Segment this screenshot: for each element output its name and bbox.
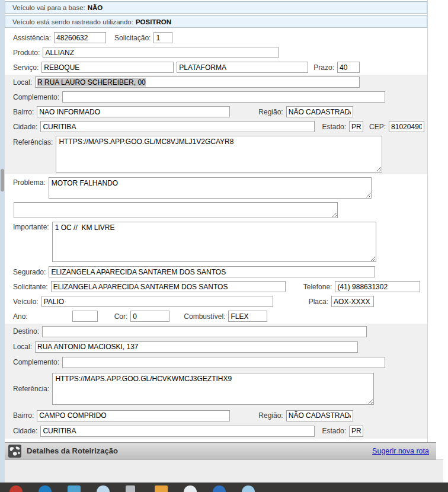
folder-icon[interactable] [155, 485, 168, 492]
origin-local-input[interactable]: R RUA LAURO SCHEREIBER, 00 [35, 76, 360, 88]
taskbar [0, 483, 448, 492]
sphere-light-icon[interactable] [97, 485, 110, 492]
servico-input-1[interactable] [41, 62, 174, 73]
dest-bairro-label: Bairro: [13, 411, 34, 420]
veiculo-input[interactable] [41, 296, 273, 307]
dest-estado-input[interactable] [349, 426, 363, 437]
origin-local-label: Local: [13, 78, 32, 87]
assistencia-label: Assistência: [13, 34, 51, 42]
origin-estado-label: Estado: [322, 123, 346, 131]
placa-label: Placa: [309, 298, 328, 306]
importante-label: Importante: [13, 223, 49, 231]
left-scrollbar[interactable] [0, 0, 5, 483]
dest-cidade-input[interactable] [40, 426, 315, 437]
origin-cep-input[interactable] [389, 121, 424, 132]
importante-textarea[interactable] [52, 222, 376, 262]
segurado-input[interactable] [49, 266, 375, 277]
origin-regiao-input[interactable] [286, 106, 353, 117]
suggest-new-route-link[interactable]: Sugerir nova rota [372, 447, 429, 455]
tracking-banner-value: POSITRON [136, 18, 171, 25]
dest-complemento-label: Complemento: [13, 358, 59, 366]
dest-complemento-input[interactable] [62, 357, 385, 368]
assistance-form: Veículo vai para a base: NÃO Veículo est… [5, 0, 428, 442]
assistencia-input[interactable] [54, 32, 106, 43]
origin-bairro-label: Bairro: [13, 108, 34, 116]
ano-label: Ano: [13, 312, 28, 321]
monitor-icon[interactable] [68, 485, 81, 492]
cor-label: Cor: [114, 312, 128, 321]
prazo-label: Prazo: [313, 63, 334, 72]
origin-referencias-textarea[interactable] [56, 136, 382, 172]
scrollbar-thumb[interactable] [1, 169, 4, 191]
origin-estado-input[interactable] [349, 121, 363, 132]
document-icon[interactable] [126, 485, 135, 492]
combustivel-label: Combustível: [184, 312, 225, 321]
solicitante-input[interactable] [51, 281, 286, 292]
sphere-light2-icon[interactable] [242, 485, 255, 492]
app-blue2-icon[interactable] [213, 485, 226, 492]
destino-input[interactable] [42, 326, 367, 337]
ano-input[interactable] [72, 311, 98, 322]
produto-input[interactable] [43, 47, 279, 58]
origin-complemento-input[interactable] [62, 91, 385, 103]
placa-input[interactable] [331, 296, 374, 307]
base-banner-label: Veículo vai para a base: [12, 4, 85, 11]
dest-local-label: Local: [13, 343, 32, 351]
origin-regiao-label: Região: [258, 108, 283, 116]
produto-label: Produto: [13, 49, 40, 57]
problema-extra-textarea[interactable] [14, 202, 338, 218]
servico-input-2[interactable] [177, 62, 308, 73]
prazo-input[interactable] [337, 62, 360, 73]
dest-local-input[interactable] [35, 341, 358, 353]
dest-bairro-input[interactable] [37, 410, 230, 421]
servico-label: Serviço: [13, 63, 39, 72]
combustivel-input[interactable] [228, 311, 267, 322]
globe-icon [8, 445, 21, 458]
tracking-banner: Veículo está sendo rastreado utilizando:… [5, 15, 427, 28]
origin-local-selected-text: R RUA LAURO SCHEREIBER, 00 [37, 78, 146, 87]
dest-referencia-textarea[interactable] [52, 373, 374, 405]
routing-header-bar: Detalhes da Roteirização Sugerir nova ro… [5, 442, 436, 459]
destino-label: Destino: [13, 327, 39, 336]
app-blue-icon[interactable] [39, 485, 52, 492]
origin-referencias-label: Referências: [13, 138, 53, 146]
solicitante-label: Solicitante: [13, 283, 48, 291]
tracking-banner-label: Veículo está sendo rastreado utilizando: [12, 18, 133, 25]
base-banner-value: NÃO [88, 4, 103, 11]
origin-bairro-input[interactable] [37, 106, 230, 117]
base-banner: Veículo vai para a base: NÃO [5, 1, 427, 14]
routing-title: Detalhes da Roteirização [27, 446, 118, 455]
telefone-input[interactable] [335, 281, 420, 292]
routing-details-panel [5, 459, 443, 483]
segurado-label: Segurado: [13, 268, 46, 276]
cor-input[interactable] [130, 311, 169, 322]
origin-cidade-input[interactable] [40, 121, 315, 132]
dest-cidade-label: Cidade: [13, 427, 37, 435]
veiculo-label: Veículo: [13, 298, 39, 306]
origin-cep-label: CEP: [369, 123, 386, 131]
circle-white-icon[interactable] [184, 485, 197, 492]
solicitacao-label: Solicitação: [114, 34, 151, 42]
problema-textarea[interactable] [49, 177, 372, 199]
dest-regiao-label: Região: [258, 411, 283, 420]
dest-referencia-label: Referência: [13, 385, 49, 393]
dest-estado-label: Estado: [322, 427, 346, 435]
origin-complemento-label: Complemento: [13, 93, 59, 101]
problema-label: Problema: [13, 178, 46, 187]
telefone-label: Telefone: [303, 283, 332, 291]
browser-red-icon[interactable] [9, 485, 23, 492]
origin-cidade-label: Cidade: [13, 123, 37, 131]
dest-regiao-input[interactable] [286, 410, 353, 421]
solicitacao-input[interactable] [153, 32, 172, 43]
